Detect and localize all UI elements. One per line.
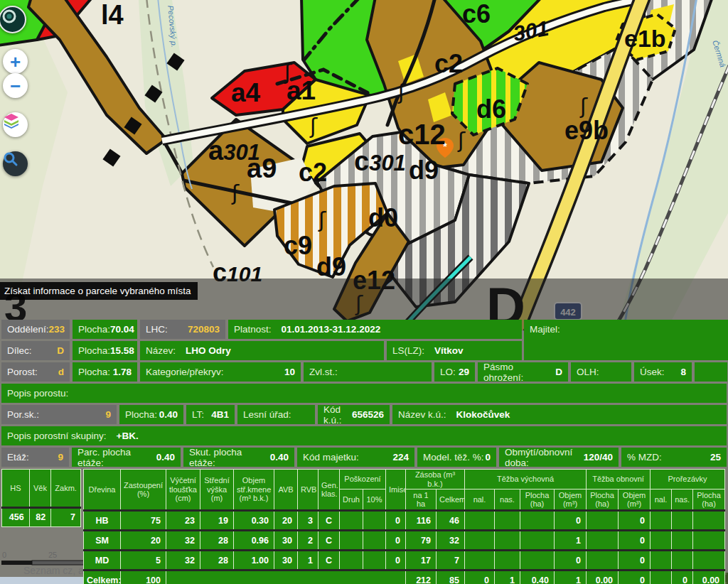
field-popis-skupiny: Popis porostní skupiny: +BK. (1, 426, 727, 445)
col-plocha-p: Plocha (ha) (693, 490, 725, 511)
species-cell: 0 (555, 551, 587, 571)
species-cell: 1 (298, 551, 318, 571)
total-na1ha: 212 (406, 571, 437, 584)
field-platnost: Platnost: 01.01.2013-31.12.2022 (228, 320, 522, 339)
search-icon (3, 151, 18, 167)
species-cell (340, 511, 363, 531)
species-cell: 23 (166, 511, 200, 531)
species-cell (495, 531, 520, 551)
field-value: Klokočůvek (456, 409, 510, 420)
locate-icon (0, 7, 18, 26)
field-popis-porostu: Popis porostu: (1, 384, 727, 403)
field-oddeleni: Oddělení: 233 (1, 320, 70, 339)
col-objem-v: Objem (m³) (555, 490, 587, 511)
group-zasoba: Zásoba (m³ b.k.) (406, 470, 465, 490)
field-label: Dílec: (7, 345, 32, 356)
species-cell: HB (84, 511, 121, 531)
species-cell (587, 531, 619, 551)
field-value: 233 (49, 324, 65, 335)
species-cell (520, 551, 555, 571)
species-cell: 28 (200, 551, 234, 571)
species-cell: 19 (200, 511, 234, 531)
field-skut-plocha: Skut. plocha etáže: 0.40 (183, 448, 294, 467)
total-spacer (166, 571, 406, 584)
field-label: Por.sk.: (7, 409, 39, 420)
map-label: c12 (398, 119, 446, 150)
field-value: 15.58 (110, 345, 134, 356)
map-label: a4 (231, 78, 261, 107)
field-label: Plocha: (125, 409, 157, 420)
field-label: Skut. plocha etáže: (189, 447, 270, 468)
panel-row-dilec: Dílec: D Plocha: 15.58 Název: LHO Odry L… (1, 341, 522, 360)
field-kategorie: Kategorie/překryv: 10 (140, 362, 301, 382)
species-cell: 116 (406, 511, 437, 531)
field-value: 0.40 (156, 452, 175, 463)
total-objem-o: 0 (619, 571, 651, 584)
field-lt: LT: 4B1 (186, 405, 235, 424)
species-cell (672, 511, 693, 531)
field-label: Pásmo ohrožení: (483, 362, 555, 383)
field-usek: Úsek: 8 (634, 362, 692, 382)
field-value: 0.40 (159, 409, 178, 420)
species-cell (651, 511, 672, 531)
species-cell: 28 (200, 531, 234, 551)
species-cell: 46 (437, 511, 465, 531)
species-cell (465, 531, 495, 551)
field-label: Plocha: (78, 345, 110, 356)
panel-row-porsk: Por.sk.: 9 Plocha: 0.40 LT: 4B1 Lesní úř… (1, 405, 727, 424)
field-label: Kód k.ú.: (323, 404, 352, 426)
species-cell: 0 (386, 531, 406, 551)
species-table: Dřevina Zastoupení (%) Výčetní tloušťka … (83, 469, 725, 584)
total-nas-v: 1 (495, 571, 520, 584)
map-label: c2 (299, 158, 327, 187)
species-cell: 32 (166, 551, 200, 571)
species-cell: 7 (437, 551, 465, 571)
total-celkem: 85 (437, 571, 465, 584)
species-row: MD532281.00301C017700 (84, 551, 725, 571)
species-cell: 32 (437, 531, 465, 551)
field-parc-plocha: Parc. plocha etáže: 0.40 (72, 448, 181, 467)
panel-row-popis: Popis porostu: (1, 384, 727, 403)
total-plocha-p: 0.00 (693, 571, 725, 584)
field-label: Zvl.st.: (309, 367, 338, 377)
total-nal-v: 0 (465, 571, 495, 584)
total-nas-p: 0 (672, 571, 693, 584)
field-label: LS(LZ): (392, 345, 424, 356)
col-plocha-o: Plocha (ha) (587, 490, 619, 511)
species-cell (465, 511, 495, 531)
species-cell (363, 551, 386, 571)
layers-button[interactable] (3, 112, 28, 137)
group-poskozeni: Poškození (340, 470, 386, 490)
field-lesni-urad: Lesní úřad: (237, 405, 315, 424)
species-cell (495, 511, 520, 531)
zoom-out-button[interactable]: − (3, 73, 28, 98)
field-value: 10 (284, 367, 295, 377)
field-label: Obmýtí/obnovní doba: (505, 447, 584, 468)
col-nas-p: nas. (672, 490, 693, 511)
map-label: d6 (476, 94, 506, 124)
field-value: 120/40 (584, 452, 613, 463)
col-nal-p: nal. (651, 490, 672, 511)
col-gen-klas: Gen. klas. (318, 470, 340, 511)
species-cell (651, 531, 672, 551)
field-label: Model. těž. %: (423, 452, 484, 463)
field-majitel: Majitel: (524, 320, 728, 360)
species-cell (495, 551, 520, 571)
search-button[interactable] (3, 151, 28, 176)
zoom-in-button[interactable]: + (3, 49, 28, 74)
field-nazevku: Název k.ú.: Klokočůvek (392, 405, 727, 424)
field-label: Název k.ú.: (398, 409, 446, 420)
col-plocha-v: Plocha (ha) (520, 490, 555, 511)
field-label: LT: (192, 409, 204, 420)
field-label: LO: (440, 367, 456, 377)
stand-summary-table: HS Věk Zakm. 456 82 7 (1, 469, 81, 527)
total-row: Celkem: 100 212 85 0 1 0.40 1 0.00 0 0 0… (84, 571, 725, 584)
species-cell: 0.30 (234, 511, 274, 531)
species-cell: 1.00 (234, 551, 274, 571)
field-zvlst: Zvl.st.: (304, 362, 432, 382)
field-porost: Porost: d (1, 362, 70, 382)
field-value: 720803 (188, 324, 220, 335)
cell-hs: 456 (2, 508, 30, 527)
species-cell: 0 (386, 551, 406, 571)
minus-icon: − (10, 77, 21, 95)
